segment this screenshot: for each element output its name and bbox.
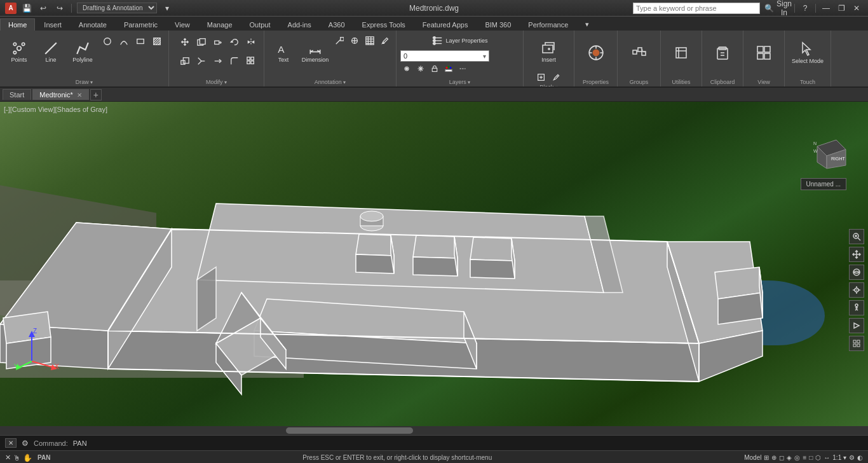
help-button[interactable]: ? [799, 2, 811, 15]
lineweight-button[interactable]: ≡ [803, 454, 806, 461]
select-mode-button[interactable]: Select Mode [789, 33, 827, 73]
sc-button[interactable]: ↔ [824, 454, 830, 461]
layer-combo[interactable]: 0 ▾ [400, 50, 489, 62]
layer-vis-toggle[interactable] [400, 64, 413, 74]
multileader-tool[interactable] [332, 34, 346, 47]
unnamed-panel[interactable]: Unnamed ... [801, 178, 846, 190]
tab-express-tools[interactable]: Express Tools [354, 18, 414, 31]
isolate-button[interactable]: ◐ [857, 454, 863, 461]
dimension-tool[interactable]: Dimension [300, 33, 330, 71]
polyline-tool[interactable]: Polyline [67, 33, 98, 71]
tab-medtronic[interactable]: Medtronic* ✕ [32, 89, 89, 100]
polar-button[interactable]: ◈ [787, 454, 792, 461]
arc-tool[interactable] [116, 34, 132, 48]
move-tool[interactable] [176, 33, 194, 51]
rotate-tool[interactable] [226, 33, 243, 51]
mirror-tool[interactable] [242, 33, 260, 51]
tab-insert[interactable]: Insert [36, 18, 70, 31]
transparency-button[interactable]: □ [809, 454, 813, 461]
layer-color[interactable] [442, 64, 455, 74]
new-tab-button[interactable]: + [90, 89, 102, 100]
trim-tool[interactable] [193, 52, 210, 70]
cmd-customize-button[interactable]: ⚙ [22, 439, 29, 448]
walk-button[interactable] [849, 300, 864, 315]
tab-bim360[interactable]: BIM 360 [477, 18, 519, 31]
extend-tool[interactable] [209, 52, 227, 70]
minimize-button[interactable]: — [820, 2, 832, 15]
write-block[interactable] [550, 71, 564, 83]
model-space-button[interactable]: Model [744, 454, 761, 461]
orbit-button[interactable] [849, 265, 864, 280]
layer-linetype[interactable] [456, 64, 469, 74]
h-scrollbar[interactable] [0, 426, 868, 435]
status-snap-button[interactable]: 🖱 [13, 454, 20, 462]
tab-start[interactable]: Start [3, 89, 31, 100]
tab-featured-apps[interactable]: Featured Apps [414, 18, 477, 31]
cmd-close-button[interactable]: ✕ [5, 438, 17, 448]
show-motion-button[interactable] [849, 318, 864, 333]
osnap-button[interactable]: ◎ [794, 454, 800, 461]
groups-button[interactable] [621, 33, 656, 73]
utilities-button[interactable] [665, 33, 698, 73]
look-tool-button[interactable] [849, 282, 864, 298]
workspace-select[interactable]: Drafting & Annotation 3D Modeling [77, 3, 157, 13]
text-tool[interactable]: A Text [268, 33, 299, 71]
workspace-dropdown[interactable]: ▾ [161, 2, 173, 15]
tab-a360[interactable]: A360 [320, 18, 353, 31]
save-button[interactable]: 💾 [20, 2, 33, 15]
tab-manage[interactable]: Manage [199, 18, 241, 31]
layer-dropdown-arrow[interactable]: ▾ [483, 53, 486, 60]
undo-button[interactable]: ↩ [37, 2, 50, 15]
layer-properties-button[interactable]: Layer Properties [400, 33, 519, 48]
create-block[interactable] [534, 71, 548, 83]
pan-button[interactable] [849, 247, 864, 262]
table-tool[interactable] [363, 34, 377, 47]
separator2 [794, 4, 795, 13]
array-tool[interactable] [242, 52, 260, 70]
tab-medtronic-close[interactable]: ✕ [77, 92, 82, 99]
sign-in-button[interactable]: Sign In [778, 2, 790, 15]
markup-tool[interactable] [378, 34, 392, 47]
points-tool[interactable]: Points [4, 33, 34, 71]
maximize-button[interactable]: ❐ [835, 2, 848, 15]
redo-button[interactable]: ↪ [53, 2, 66, 15]
status-x-button[interactable]: ✕ [5, 453, 11, 462]
nav-cube[interactable]: RIGHT N W [811, 134, 849, 172]
zoom-extents-button[interactable] [849, 229, 864, 244]
ortho-button[interactable]: ◻ [779, 454, 784, 461]
circle-tool[interactable] [100, 34, 115, 48]
close-button[interactable]: ✕ [850, 2, 863, 15]
center-mark-tool[interactable] [348, 34, 362, 47]
properties-button[interactable] [578, 33, 613, 73]
grid-button[interactable]: ⊞ [764, 454, 769, 461]
tab-annotate[interactable]: Annotate [71, 18, 115, 31]
tab-more[interactable]: ▾ [577, 18, 597, 31]
layer-lock-toggle[interactable] [428, 64, 441, 74]
layer-freeze-toggle[interactable] [414, 64, 427, 74]
annotation-scale-button[interactable]: 1:1 ▾ [832, 454, 846, 461]
workspace-status-button[interactable]: ⚙ [849, 454, 855, 461]
view-button[interactable] [747, 33, 780, 73]
tab-output[interactable]: Output [241, 18, 279, 31]
search-button[interactable]: 🔍 [763, 2, 775, 15]
rectangle-tool[interactable] [133, 34, 148, 48]
tab-view[interactable]: View [166, 18, 198, 31]
fillet-tool[interactable] [226, 52, 243, 70]
tab-performance[interactable]: Performance [520, 18, 576, 31]
snap-button[interactable]: ⊕ [771, 454, 776, 461]
hatch-tool[interactable] [149, 34, 165, 48]
scale-tool[interactable] [176, 52, 194, 70]
tab-parametric[interactable]: Parametric [116, 18, 166, 31]
h-scrollbar-thumb[interactable] [286, 427, 413, 434]
viewport-grid-button[interactable] [849, 336, 864, 351]
copy-tool[interactable] [193, 33, 210, 51]
status-pan-button[interactable]: ✋ [23, 453, 32, 462]
tab-home[interactable]: Home [0, 18, 35, 31]
insert-button[interactable]: Insert [532, 33, 566, 70]
search-input[interactable] [633, 3, 760, 14]
stretch-tool[interactable] [209, 33, 227, 51]
tab-add-ins[interactable]: Add-ins [280, 18, 320, 31]
clipboard-button[interactable] [706, 33, 739, 73]
line-tool[interactable]: Line [36, 33, 66, 71]
qp-button[interactable]: ⬡ [815, 454, 821, 461]
